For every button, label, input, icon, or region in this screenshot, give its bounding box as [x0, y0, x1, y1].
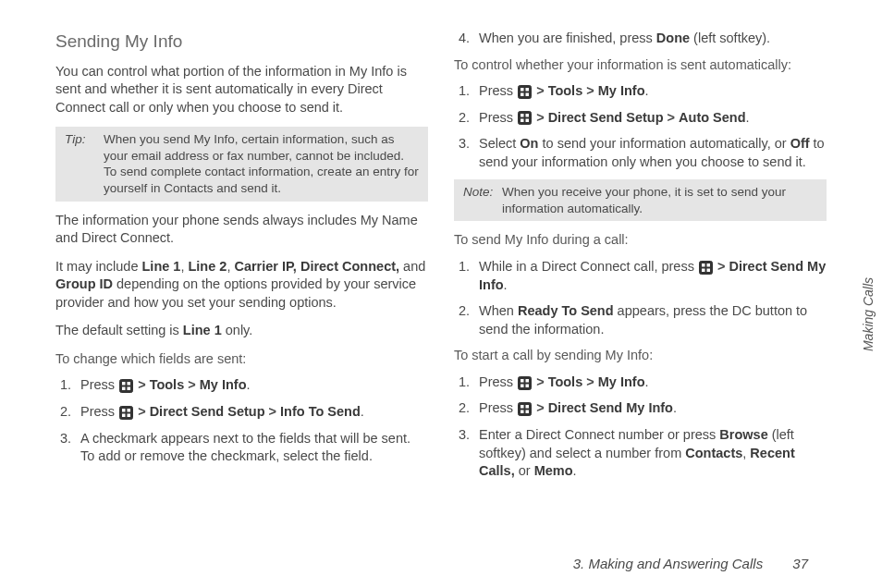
body-paragraph: The information your phone sends always … — [55, 212, 428, 248]
procedure-heading: To send My Info during a call: — [454, 231, 827, 250]
svg-rect-27 — [526, 379, 530, 383]
procedure-heading: To change which fields are sent: — [55, 350, 428, 369]
list-item: 1. While in a Direct Connect call, press… — [479, 258, 827, 294]
menu-key-icon — [518, 402, 532, 416]
procedure-heading: To control whether your information is s… — [454, 56, 827, 75]
svg-rect-28 — [521, 384, 524, 387]
svg-rect-21 — [702, 263, 705, 267]
note-text: When you receive your phone, it is set t… — [502, 184, 817, 216]
svg-rect-18 — [521, 119, 524, 123]
list-item: 3. Enter a Direct Connect number or pres… — [479, 426, 827, 481]
body-paragraph: It may include Line 1, Line 2, Carrier I… — [55, 258, 428, 312]
procedure-list: 1. Press > Tools > My Info. 2. Press > D… — [454, 82, 827, 171]
page-content: Sending My Info You can control what por… — [0, 0, 882, 536]
note-label: Note: — [463, 184, 502, 216]
svg-rect-10 — [519, 85, 532, 98]
tip-box: Tip: When you send My Info, certain info… — [55, 127, 428, 201]
svg-rect-5 — [120, 406, 133, 419]
svg-rect-0 — [120, 380, 133, 393]
svg-rect-34 — [526, 410, 530, 414]
left-column: Sending My Info You can control what por… — [55, 30, 428, 536]
tip-text: When you send My Info, certain informati… — [104, 131, 419, 196]
svg-rect-29 — [526, 384, 530, 387]
svg-rect-14 — [526, 92, 530, 96]
svg-rect-1 — [122, 382, 126, 386]
section-heading: Sending My Info — [55, 30, 428, 54]
svg-rect-4 — [128, 387, 131, 391]
svg-rect-26 — [521, 379, 524, 383]
side-tab-label: Making Calls — [861, 277, 876, 351]
list-item: 2. When Ready To Send appears, press the… — [479, 302, 827, 338]
svg-rect-15 — [519, 112, 532, 125]
menu-key-icon — [518, 111, 532, 125]
list-item: 1. Press > Tools > My Info. — [80, 376, 428, 395]
intro-paragraph: You can control what portion of the info… — [55, 63, 428, 117]
note-box: Note: When you receive your phone, it is… — [454, 179, 827, 221]
list-item: 3. A checkmark appears next to the field… — [80, 430, 428, 466]
procedure-heading: To start a call by sending My Info: — [454, 347, 827, 365]
svg-rect-3 — [122, 387, 126, 391]
list-item: 1. Press > Tools > My Info. — [479, 82, 827, 101]
body-paragraph: The default setting is Line 1 only. — [55, 322, 428, 340]
list-item: 2. Press > Direct Send Setup > Auto Send… — [479, 109, 827, 128]
menu-key-icon — [518, 376, 532, 390]
procedure-list-continued: 4. When you are finished, press Done (le… — [454, 30, 827, 48]
svg-rect-30 — [519, 403, 532, 416]
svg-rect-19 — [526, 119, 530, 123]
svg-rect-31 — [521, 405, 524, 409]
list-item: 1. Press > Tools > My Info. — [479, 374, 827, 392]
svg-rect-2 — [128, 382, 131, 386]
menu-key-icon — [518, 85, 532, 99]
list-item: 2. Press > Direct Send Setup > Info To S… — [80, 403, 428, 422]
side-tab: Making Calls — [854, 259, 882, 370]
menu-key-icon — [119, 379, 133, 393]
svg-rect-8 — [122, 413, 126, 417]
svg-rect-6 — [122, 409, 126, 412]
svg-rect-17 — [526, 114, 530, 117]
menu-key-icon — [699, 261, 713, 275]
svg-rect-11 — [521, 88, 524, 92]
list-item: 3. Select On to send your information au… — [479, 135, 827, 171]
procedure-list: 1. Press > Tools > My Info. 2. Press > D… — [55, 376, 428, 465]
procedure-list: 1. Press > Tools > My Info. 2. Press > D… — [454, 374, 827, 481]
svg-rect-9 — [128, 413, 131, 417]
svg-rect-25 — [519, 376, 532, 389]
svg-rect-32 — [526, 405, 530, 409]
right-column: 4. When you are finished, press Done (le… — [454, 30, 827, 536]
page-footer: 3. Making and Answering Calls 37 — [573, 556, 808, 571]
svg-rect-23 — [702, 268, 705, 272]
svg-rect-7 — [128, 409, 131, 412]
svg-rect-12 — [526, 88, 530, 92]
footer-chapter: 3. Making and Answering Calls — [573, 556, 763, 571]
svg-rect-33 — [521, 410, 524, 414]
list-item: 2. Press > Direct Send My Info. — [479, 399, 827, 418]
svg-rect-16 — [521, 114, 524, 117]
procedure-list: 1. While in a Direct Connect call, press… — [454, 258, 827, 338]
svg-rect-22 — [706, 263, 710, 267]
tip-label: Tip: — [65, 131, 104, 196]
svg-rect-20 — [699, 261, 712, 274]
svg-rect-13 — [521, 92, 524, 96]
svg-rect-24 — [706, 268, 710, 272]
menu-key-icon — [119, 406, 133, 420]
list-item: 4. When you are finished, press Done (le… — [479, 30, 827, 48]
footer-page-number: 37 — [792, 556, 808, 571]
